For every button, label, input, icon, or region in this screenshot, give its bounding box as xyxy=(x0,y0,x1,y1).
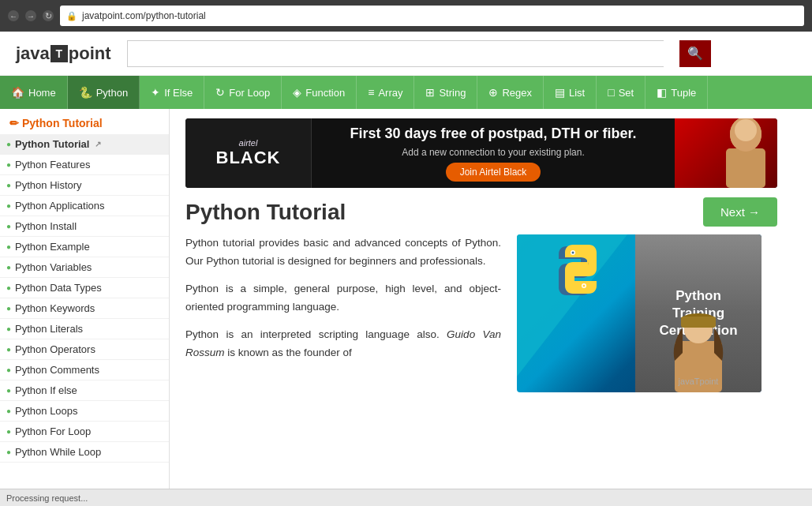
refresh-button[interactable]: ↻ xyxy=(43,10,54,21)
sidebar-item-loops[interactable]: ● Python Loops xyxy=(0,401,169,422)
sidebar-item-forloop[interactable]: ● Python For Loop xyxy=(0,422,169,442)
bullet-icon: ● xyxy=(6,448,11,456)
svg-point-6 xyxy=(572,252,574,254)
sidebar-item-operators[interactable]: ● Python Operators xyxy=(0,339,169,360)
search-input[interactable] xyxy=(127,40,664,67)
regex-icon: ⊕ xyxy=(488,86,498,99)
bullet-icon: ● xyxy=(6,407,11,415)
paragraph-2: Python is a simple, general purpose, hig… xyxy=(185,280,501,317)
svg-rect-13 xyxy=(681,317,716,328)
sidebar-title: ✏ Python Tutorial xyxy=(0,109,169,134)
sidebar-item-history[interactable]: ● Python History xyxy=(0,175,169,196)
sidebar-label-tutorial: Python Tutorial xyxy=(15,138,89,150)
svg-point-8 xyxy=(583,285,586,287)
svg-rect-1 xyxy=(726,148,765,188)
sidebar-item-literals[interactable]: ● Python Literals xyxy=(0,319,169,339)
bullet-icon: ● xyxy=(6,283,11,292)
ad-subtitle: Add a new connection to your existing pl… xyxy=(402,147,584,158)
nav-label-python: Python xyxy=(96,87,128,99)
sidebar-label-install: Python Install xyxy=(15,220,77,232)
sidebar: ✏ Python Tutorial ● Python Tutorial ↗ ● … xyxy=(0,109,170,504)
ad-right-image xyxy=(675,118,777,188)
nav-item-home[interactable]: 🏠 Home xyxy=(0,76,68,109)
nav-label-forloop: For Loop xyxy=(229,87,270,99)
nav-item-function[interactable]: ◈ Function xyxy=(282,76,357,109)
sidebar-label-variables: Python Variables xyxy=(15,261,92,273)
nav-item-regex[interactable]: ⊕ Regex xyxy=(477,76,544,109)
sidebar-label-features: Python Features xyxy=(15,159,90,171)
bullet-icon: ● xyxy=(6,222,11,231)
cert-brand-text: javaTpoint xyxy=(679,377,719,386)
sidebar-item-example[interactable]: ● Python Example xyxy=(0,237,169,257)
nav-label-array: Array xyxy=(378,87,402,99)
sidebar-item-variables[interactable]: ● Python Variables xyxy=(0,257,169,278)
nav-label-tuple: Tuple xyxy=(671,87,696,99)
bullet-icon: ● xyxy=(6,201,11,210)
site-logo[interactable]: java T point xyxy=(16,43,111,64)
ifelse-icon: ✦ xyxy=(151,86,160,99)
sidebar-item-applications[interactable]: ● Python Applications xyxy=(0,196,169,216)
browser-chrome: ← → ↻ 🔒 javatpoint.com/python-tutorial xyxy=(0,0,812,32)
status-bar: Processing request... xyxy=(0,489,812,504)
sidebar-title-text: Python Tutorial xyxy=(22,117,103,129)
sidebar-item-install[interactable]: ● Python Install xyxy=(0,216,169,237)
sidebar-label-datatypes: Python Data Types xyxy=(15,282,102,294)
nav-item-forloop[interactable]: ↻ For Loop xyxy=(204,76,282,109)
sidebar-label-comments: Python Comments xyxy=(15,364,99,376)
nav-label-list: List xyxy=(569,87,585,99)
logo-java: java xyxy=(16,43,50,64)
sidebar-label-whileloop: Python While Loop xyxy=(15,446,101,458)
cert-text-panel: PythonTrainingCertification javaTpoint xyxy=(635,234,761,392)
search-button[interactable]: 🔍 xyxy=(679,40,711,67)
nav-label-home: Home xyxy=(28,87,56,99)
nav-label-regex: Regex xyxy=(502,87,532,99)
sidebar-label-forloop: Python For Loop xyxy=(15,425,91,437)
nav-label-function: Function xyxy=(305,87,345,99)
bullet-icon: ● xyxy=(6,324,11,333)
address-bar[interactable]: 🔒 javatpoint.com/python-tutorial xyxy=(60,6,804,26)
status-text: Processing request... xyxy=(6,493,88,503)
sidebar-item-comments[interactable]: ● Python Comments xyxy=(0,360,169,380)
nav-item-ifelse[interactable]: ✦ If Else xyxy=(140,76,204,109)
python-snake-logo xyxy=(517,234,627,377)
bullet-icon: ● xyxy=(6,181,11,189)
nav-item-python[interactable]: 🐍 Python xyxy=(68,76,140,109)
nav-item-array[interactable]: ≡ Array xyxy=(357,76,414,109)
bullet-icon: ● xyxy=(6,263,11,272)
page-title: Python Tutorial xyxy=(185,200,346,225)
python-icon: 🐍 xyxy=(79,86,92,99)
next-button[interactable]: Next → xyxy=(703,197,777,227)
nav-item-set[interactable]: □ Set xyxy=(597,76,645,109)
ad-banner[interactable]: airtel BLACK First 30 days free of postp… xyxy=(185,118,777,188)
string-icon: ⊞ xyxy=(425,86,435,99)
bullet-icon: ● xyxy=(6,365,11,374)
main-layout: ✏ Python Tutorial ● Python Tutorial ↗ ● … xyxy=(0,109,812,504)
ad-title: First 30 days free of postpad, DTH or fi… xyxy=(350,126,636,142)
paragraph-3: Python is an interpreted scripting langu… xyxy=(185,326,501,362)
set-icon: □ xyxy=(608,86,614,99)
sidebar-item-keywords[interactable]: ● Python Keywords xyxy=(0,298,169,319)
ad-left: airtel BLACK xyxy=(185,118,312,188)
ad-cta-button[interactable]: Join Airtel Black xyxy=(446,163,541,182)
sidebar-label-example: Python Example xyxy=(15,241,90,253)
sidebar-label-loops: Python Loops xyxy=(15,405,78,417)
sidebar-item-datatypes[interactable]: ● Python Data Types xyxy=(0,278,169,298)
nav-item-list[interactable]: ▤ List xyxy=(544,76,597,109)
sidebar-item-whileloop[interactable]: ● Python While Loop xyxy=(0,442,169,463)
sidebar-item-features[interactable]: ● Python Features xyxy=(0,155,169,175)
site-header: java T point 🔍 xyxy=(0,32,812,76)
bullet-icon: ● xyxy=(6,140,11,148)
paragraph-1: Python tutorial provides basic and advan… xyxy=(185,234,501,271)
nav-item-tuple[interactable]: ◧ Tuple xyxy=(645,76,708,109)
sidebar-label-literals: Python Literals xyxy=(15,323,83,335)
nav-label-set: Set xyxy=(619,87,634,99)
svg-point-3 xyxy=(735,119,757,141)
back-button[interactable]: ← xyxy=(8,10,19,21)
logo-t: T xyxy=(51,45,68,62)
sidebar-item-tutorial[interactable]: ● Python Tutorial ↗ xyxy=(0,134,169,155)
forward-button[interactable]: → xyxy=(25,10,36,21)
nav-item-string[interactable]: ⊞ String xyxy=(414,76,477,109)
italic-name: Guido Van Rossum xyxy=(185,328,501,358)
logo-point: point xyxy=(69,43,111,64)
sidebar-item-ifelse[interactable]: ● Python If else xyxy=(0,380,169,401)
